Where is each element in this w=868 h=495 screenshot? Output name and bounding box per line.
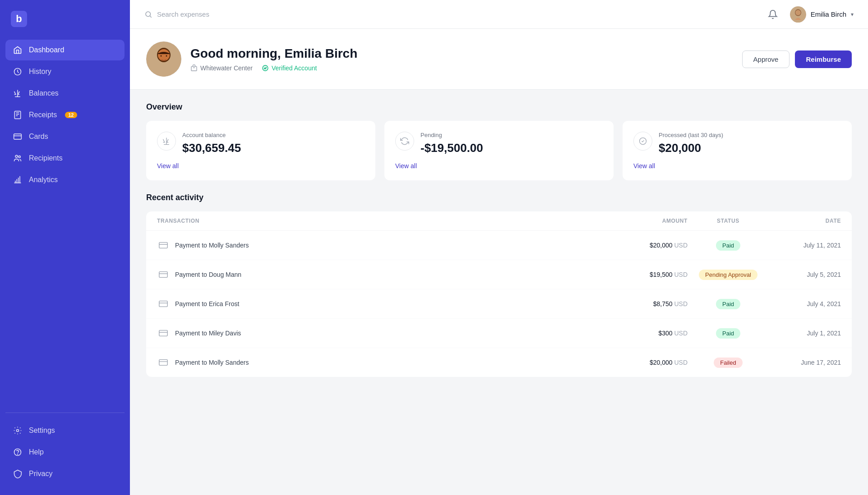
table-header: TRANSACTION AMOUNT STATUS DATE	[146, 211, 852, 231]
sidebar-item-balances[interactable]: Balances	[5, 83, 125, 104]
sidebar-logo: b	[0, 0, 130, 40]
transaction-name: Payment to Miley Davis	[175, 330, 241, 337]
sidebar-item-analytics[interactable]: Analytics	[5, 170, 125, 190]
notification-button[interactable]	[765, 6, 781, 23]
transaction-name: Payment to Molly Sanders	[175, 242, 249, 249]
sidebar-item-label: Balances	[29, 89, 59, 97]
transaction-cell: Payment to Miley Davis	[157, 327, 615, 339]
sidebar-item-receipts[interactable]: Receipts 12	[5, 105, 125, 125]
balance-view-all[interactable]: View all	[157, 162, 365, 170]
people-icon	[13, 153, 23, 163]
svg-rect-24	[159, 301, 167, 307]
col-status: STATUS	[688, 218, 769, 224]
svg-rect-19	[191, 67, 197, 71]
receipt-icon	[13, 110, 23, 120]
main-content: Emilia Birch ▾	[130, 0, 868, 495]
receipts-badge: 12	[65, 112, 77, 118]
processed-card: Processed (last 30 days) $20,000 View al…	[623, 121, 852, 180]
transaction-icon	[157, 327, 170, 339]
transaction-icon	[157, 298, 170, 310]
svg-point-16	[154, 62, 174, 77]
svg-point-17	[161, 55, 162, 57]
svg-point-4	[18, 156, 20, 158]
sidebar-item-recipients[interactable]: Recipients	[5, 148, 125, 169]
table-row[interactable]: Payment to Erica Frost $8,750 USD Paid J…	[146, 289, 852, 319]
sidebar-item-label: Dashboard	[29, 46, 64, 54]
balance-value: $30,659.45	[182, 141, 241, 155]
user-menu[interactable]: Emilia Birch ▾	[790, 6, 854, 23]
date-cell: July 4, 2021	[769, 300, 841, 307]
status-cell: Paid	[688, 299, 769, 309]
table-row[interactable]: Payment to Molly Sanders $20,000 USD Pai…	[146, 231, 852, 260]
col-amount: AMOUNT	[615, 218, 688, 224]
balance-label: Account balance	[182, 132, 241, 138]
status-badge: Paid	[716, 328, 740, 339]
sidebar-item-dashboard[interactable]: Dashboard	[5, 40, 125, 60]
sidebar-item-cards[interactable]: Cards	[5, 126, 125, 147]
reimburse-button[interactable]: Reimburse	[795, 50, 852, 68]
transaction-cell: Payment to Erica Frost	[157, 298, 615, 310]
app-logo: b	[11, 11, 27, 27]
sidebar-bottom: Settings Help Privacy	[0, 420, 130, 495]
sidebar-item-label: Privacy	[29, 470, 52, 478]
table-body: Payment to Molly Sanders $20,000 USD Pai…	[146, 231, 852, 377]
gear-icon	[13, 426, 23, 435]
search-input[interactable]	[157, 10, 292, 18]
org-name: Whitewater Center	[200, 64, 253, 72]
overview-section: Overview Account balance $30,659.45 View…	[130, 90, 868, 193]
greeting: Good morning, Emilia Birch	[190, 46, 357, 61]
col-transaction: TRANSACTION	[157, 218, 615, 224]
processed-label: Processed (last 30 days)	[659, 132, 723, 138]
table-row[interactable]: Payment to Doug Mann $19,500 USD Pending…	[146, 260, 852, 289]
activity-title: Recent activity	[146, 193, 852, 202]
table-row[interactable]: Payment to Miley Davis $300 USD Paid Jul…	[146, 319, 852, 348]
transaction-name: Payment to Molly Sanders	[175, 359, 249, 366]
sidebar: b Dashboard History Balances	[0, 0, 130, 495]
sidebar-item-privacy[interactable]: Privacy	[5, 463, 125, 484]
amount-cell: $19,500 USD	[615, 271, 688, 278]
amount-cell: $20,000 USD	[615, 359, 688, 366]
amount-value: $20,000	[650, 359, 673, 366]
chevron-down-icon: ▾	[851, 11, 854, 18]
sidebar-item-label: Analytics	[29, 176, 58, 184]
clock-icon	[13, 67, 23, 77]
header-user-name: Emilia Birch	[811, 10, 846, 18]
amount-currency: USD	[674, 242, 688, 249]
pending-view-all[interactable]: View all	[395, 162, 603, 170]
date-cell: July 5, 2021	[769, 271, 841, 278]
activity-table: TRANSACTION AMOUNT STATUS DATE Payment t…	[146, 211, 852, 377]
sidebar-item-history[interactable]: History	[5, 61, 125, 82]
amount-cell: $300 USD	[615, 330, 688, 337]
card-data: Pending -$19,500.00	[420, 132, 483, 155]
sidebar-item-settings[interactable]: Settings	[5, 420, 125, 441]
balance-card: Account balance $30,659.45 View all	[146, 121, 375, 180]
amount-currency: USD	[674, 359, 688, 366]
page-content: Good morning, Emilia Birch Whitewater Ce…	[130, 29, 868, 495]
svg-point-8	[146, 12, 151, 17]
card-data: Account balance $30,659.45	[182, 132, 241, 155]
profile-info: Good morning, Emilia Birch Whitewater Ce…	[190, 46, 357, 72]
refresh-icon	[395, 132, 414, 151]
header-right: Emilia Birch ▾	[765, 6, 854, 23]
table-row[interactable]: Payment to Molly Sanders $20,000 USD Fai…	[146, 348, 852, 377]
sidebar-item-help[interactable]: Help	[5, 442, 125, 463]
transaction-icon	[157, 239, 170, 252]
processed-view-all[interactable]: View all	[633, 162, 841, 170]
card-top: Account balance $30,659.45	[157, 132, 365, 155]
approve-button[interactable]: Approve	[742, 50, 790, 68]
profile-meta: Whitewater Center Verified Account	[190, 64, 357, 72]
transaction-icon	[157, 356, 170, 369]
profile-left: Good morning, Emilia Birch Whitewater Ce…	[146, 41, 357, 77]
search-area	[144, 10, 757, 18]
transaction-icon	[157, 268, 170, 281]
status-badge: Paid	[716, 240, 740, 251]
pending-label: Pending	[420, 132, 483, 138]
svg-point-7	[18, 454, 18, 454]
transaction-name: Payment to Doug Mann	[175, 271, 241, 278]
card-data: Processed (last 30 days) $20,000	[659, 132, 723, 155]
sidebar-nav: Dashboard History Balances Receipts 12	[0, 40, 130, 405]
shield-icon	[13, 469, 23, 479]
amount-currency: USD	[674, 330, 688, 337]
svg-rect-25	[159, 330, 167, 336]
amount-currency: USD	[674, 271, 688, 278]
